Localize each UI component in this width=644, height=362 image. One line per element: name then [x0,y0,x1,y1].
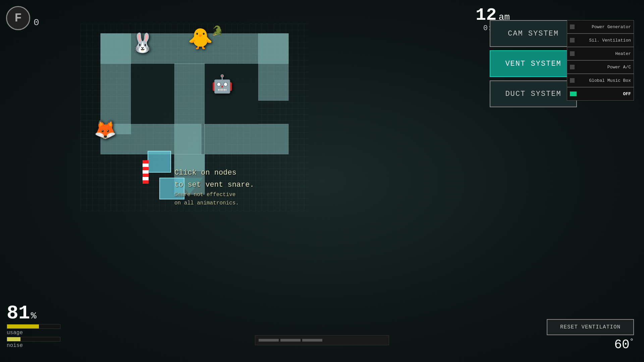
percent-value: 81 [7,304,30,323]
label-global-music-box: Global Music Box [577,78,631,83]
label-power-ac: Power A/C [577,65,631,70]
percent-symbol: % [31,311,37,321]
instruction-line2: to set vent snare. [174,179,254,191]
temperature-unit: ° [630,338,634,346]
noise-label: noise [7,343,60,349]
mini-bar-1 [259,339,279,342]
indicator-power-generator [570,24,575,29]
vent-system-button[interactable]: VENT SYSTEM [490,50,577,77]
option-global-music-box[interactable]: Global Music Box [567,74,634,87]
option-heater[interactable]: Heater [567,47,634,60]
svg-rect-7 [131,64,174,124]
option-sil-ventilation[interactable]: Sil. Ventilation [567,34,634,47]
option-off[interactable]: OFF [567,87,634,101]
usage-bar-container [7,324,60,329]
instruction-text: Click on nodes to set vent snare. Snare … [174,167,254,208]
svg-rect-5 [205,124,288,154]
indicator-heater [570,51,575,56]
vent-node-1[interactable] [148,151,171,173]
option-power-generator[interactable]: Power Generator [567,20,634,34]
indicator-off [570,92,577,96]
character-mangle: 🦊 [94,119,116,141]
bottom-stats: 81 % usage noise [7,304,60,349]
instruction-sub2: on all animatronics. [174,199,254,208]
hazard-marker [143,160,149,184]
mini-bar-3 [302,339,322,342]
character-freddy: 🤖 [211,74,233,95]
label-sil-ventilation: Sil. Ventilation [577,38,631,43]
bottom-center-bar [255,335,389,345]
character-springtrap: 🐰 [131,32,154,55]
mini-bar-2 [280,339,301,342]
map-area: 🐰 🐥 🐊 🤖 🦊 Click on nodes to set vent sna… [13,7,315,241]
usage-bar [7,324,39,328]
label-off: OFF [579,92,631,97]
instruction-line1: Click on nodes [174,167,254,179]
indicator-sil-ventilation [570,38,575,43]
instruction-sub1: Snare not effective [174,191,254,199]
reset-ventilation-button[interactable]: RESET VENTILATION [547,319,634,335]
cam-system-button[interactable]: CAM SYSTEM [490,20,577,47]
label-power-generator: Power Generator [577,24,631,29]
label-heater: Heater [577,51,631,56]
noise-bar [7,337,20,341]
duct-system-button[interactable]: DUCT SYSTEM [490,80,577,107]
system-buttons: CAM SYSTEM VENT SYSTEM DUCT SYSTEM [490,20,577,107]
character-small: 🐊 [211,25,223,37]
temperature-value: 60 [614,338,630,352]
noise-bar-container [7,337,60,342]
character-chica: 🐥 [188,27,213,52]
option-power-ac[interactable]: Power A/C [567,60,634,74]
indicator-global-music-box [570,78,575,83]
usage-label: usage [7,330,60,336]
options-panel: Power Generator Sil. Ventilation Heater … [567,20,634,101]
temperature-display: 60° [614,338,634,352]
indicator-power-ac [570,65,575,69]
